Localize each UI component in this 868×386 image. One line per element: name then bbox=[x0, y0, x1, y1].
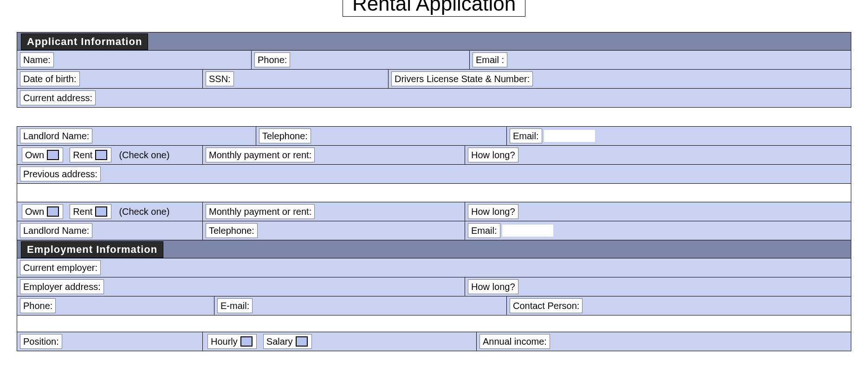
landlord-email-label: Email: bbox=[510, 129, 542, 143]
landlord-email-label-2: Email: bbox=[468, 223, 500, 238]
dob-label: Date of birth: bbox=[20, 71, 80, 86]
applicant-header: Applicant Information bbox=[21, 33, 148, 50]
emp-email-label: E-mail: bbox=[217, 298, 253, 313]
email-label: Email : bbox=[473, 52, 507, 67]
own-option: Own bbox=[22, 148, 63, 162]
monthly-label: Monthly payment or rent: bbox=[206, 148, 315, 162]
phone-label: Phone: bbox=[254, 52, 290, 67]
employment-header: Employment Information bbox=[21, 241, 163, 258]
rent-option: Rent bbox=[70, 148, 111, 162]
applicant-section: Applicant Information Name: Phone: Email… bbox=[17, 32, 851, 108]
telephone-label-2: Telephone: bbox=[206, 223, 258, 238]
own-checkbox[interactable] bbox=[47, 150, 59, 160]
residence-section: Landlord Name: Telephone: Email: Own bbox=[17, 126, 851, 351]
how-long-label: How long? bbox=[468, 148, 518, 162]
monthly-label-2: Monthly payment or rent: bbox=[206, 204, 315, 219]
ssn-label: SSN: bbox=[206, 71, 234, 86]
landlord-email-input[interactable] bbox=[544, 130, 595, 142]
dl-label: Drivers License State & Number: bbox=[391, 71, 533, 86]
hourly-checkbox[interactable] bbox=[240, 336, 253, 347]
own-option-2: Own bbox=[22, 204, 63, 219]
previous-address-label: Previous address: bbox=[20, 167, 101, 181]
own-checkbox-2[interactable] bbox=[47, 206, 59, 217]
emp-how-long-label: How long? bbox=[468, 279, 518, 294]
rent-checkbox[interactable] bbox=[95, 150, 107, 160]
rent-checkbox-2[interactable] bbox=[95, 206, 107, 217]
landlord-email-input-2[interactable] bbox=[502, 225, 553, 237]
position-label: Position: bbox=[20, 334, 62, 349]
annual-income-label: Annual income: bbox=[479, 334, 550, 349]
telephone-label: Telephone: bbox=[259, 129, 311, 143]
emp-phone-label: Phone: bbox=[20, 298, 56, 313]
salary-checkbox[interactable] bbox=[296, 336, 308, 347]
current-employer-label: Current employer: bbox=[20, 260, 101, 275]
current-address-label: Current address: bbox=[20, 90, 96, 105]
hourly-option: Hourly bbox=[207, 334, 257, 349]
rent-option-2: Rent bbox=[70, 204, 111, 219]
landlord-name-label: Landlord Name: bbox=[20, 129, 92, 143]
name-label: Name: bbox=[20, 52, 54, 67]
employer-address-label: Employer address: bbox=[20, 279, 104, 294]
check-one-note: (Check one) bbox=[115, 150, 173, 161]
check-one-note-2: (Check one) bbox=[115, 206, 173, 217]
how-long-label-2: How long? bbox=[468, 204, 518, 219]
page-title: Rental Application bbox=[343, 0, 525, 17]
landlord-name-label-2: Landlord Name: bbox=[20, 223, 92, 238]
contact-person-label: Contact Person: bbox=[510, 298, 583, 313]
salary-option: Salary bbox=[263, 334, 312, 349]
